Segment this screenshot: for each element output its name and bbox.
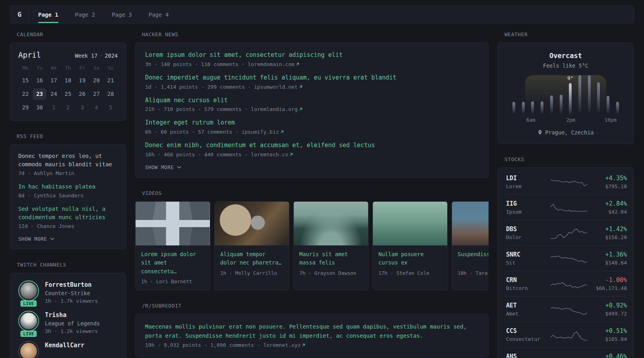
stock-identity: SNRC Sit xyxy=(506,251,551,266)
story-title[interactable]: Donec enim nibh, condimentum et accumsan… xyxy=(145,141,479,150)
live-ring xyxy=(18,311,39,331)
calendar-day: 20 xyxy=(89,75,104,86)
stock-row[interactable]: DBS Dolor +1.42% $156.28 xyxy=(506,220,625,245)
hackernews-item: Donec imperdiet augue tincidunt felis al… xyxy=(145,74,479,90)
video-thumbnail[interactable] xyxy=(294,202,368,245)
calendar-day-next-month: 5 xyxy=(103,102,118,113)
story-title[interactable]: Aliquam nec cursus elit xyxy=(145,96,479,105)
post-meta-text[interactable]: 19h · 9,932 points · 1,090 comments · lo… xyxy=(145,342,301,348)
post-title[interactable]: Maecenas mollis pulvinar erat non posuer… xyxy=(145,322,479,340)
video-card[interactable]: Mauris sit amet massa felis 7h · Grayson… xyxy=(293,201,369,290)
video-card[interactable]: Nullam posuere cursus ex 17h · Stefan Co… xyxy=(372,201,448,290)
rss-widget: RSS FEED Donec tempor eros leo, ut commo… xyxy=(10,133,126,249)
weekday-label: Th xyxy=(61,65,75,71)
rss-item-meta: 12d · Chance Jones xyxy=(18,223,118,229)
hackernews-item: Lorem ipsum dolor sit amet, consectetur … xyxy=(145,51,479,67)
stock-row[interactable]: LDI Lorem +4.35% $795.18 xyxy=(506,169,625,195)
twitch-channel-row[interactable]: KendallCarr xyxy=(18,341,118,358)
show-more-label: SHOW MORE xyxy=(18,236,47,242)
temperature-bar xyxy=(541,101,543,114)
weekday-label: Tu xyxy=(33,65,47,71)
stock-row[interactable]: IIG Ipsum +2.84% $42.04 xyxy=(506,195,625,220)
story-meta-text[interactable]: 21h · 710 points · 579 comments · loreml… xyxy=(145,106,298,112)
video-thumbnail[interactable] xyxy=(452,202,489,245)
tab-page-2[interactable]: Page 2 xyxy=(67,6,104,23)
time-label: 6am xyxy=(526,117,535,123)
stock-ticker: LDI xyxy=(506,175,551,182)
hackernews-show-more-button[interactable]: SHOW MORE xyxy=(145,164,181,170)
weather-hourly-chart: 9° xyxy=(511,75,621,114)
video-title[interactable]: Lorem ipsum dolor sit amet consectetu… xyxy=(141,250,204,276)
calendar-day: 18 xyxy=(61,75,75,86)
story-meta-text[interactable]: 1d · 1,414 points · 299 comments · ipsum… xyxy=(145,84,298,90)
temperature-bar xyxy=(578,75,581,114)
video-thumbnail[interactable] xyxy=(136,202,210,245)
rss-item: Donec tempor eros leo, ut commodo mauris… xyxy=(18,152,118,176)
tab-page-1[interactable]: Page 1 xyxy=(30,6,67,23)
video-title[interactable]: Nullam posuere cursus ex xyxy=(378,250,442,268)
twitch-avatar-wrap: LIVE xyxy=(18,311,39,334)
temperature-bar-column xyxy=(578,75,582,114)
twitch-channel-row[interactable]: LIVE ForrestBurton Counter-Strike 1h · 1… xyxy=(18,280,118,304)
external-link-icon xyxy=(299,85,303,89)
story-meta-text[interactable]: 3h · 148 points · 116 comments · loremdo… xyxy=(145,61,295,67)
temperature-bar xyxy=(616,102,619,114)
video-body: Nullam posuere cursus ex 17h · Stefan Co… xyxy=(373,245,447,282)
video-thumbnail[interactable] xyxy=(373,202,447,245)
rss-item-title[interactable]: Sed volutpat nulla nisl, a condimentum n… xyxy=(18,205,118,222)
video-meta: 1h · Molly Carrillo xyxy=(220,270,283,276)
video-body: Suspendisse diam 18h · Tara xyxy=(452,245,489,282)
video-card[interactable]: Aliquam tempor dolor nec pharetra… 1h · … xyxy=(214,201,289,290)
stock-row[interactable]: CRN Bitcorn -1.00% $66,171.48 xyxy=(506,271,625,296)
stock-values: -1.00% $66,171.48 xyxy=(587,276,627,291)
story-meta-text[interactable]: 6h · 60 points · 57 comments · ipsumify.… xyxy=(145,129,279,135)
hackernews-item: Aliquam nec cursus elit 21h · 710 points… xyxy=(145,96,479,113)
channel-name[interactable]: Trisha xyxy=(45,311,100,319)
chevron-down-icon xyxy=(177,166,181,169)
channel-category[interactable]: Counter-Strike xyxy=(45,290,98,296)
stock-sparkline xyxy=(551,227,587,239)
stock-sparkline xyxy=(551,252,587,265)
stock-row[interactable]: SNRC Sit +1.36% $148.64 xyxy=(506,245,625,271)
story-title[interactable]: Lorem ipsum dolor sit amet, consectetur … xyxy=(145,51,479,60)
stock-row[interactable]: AET Amet +0.92% $499.72 xyxy=(506,296,625,322)
story-meta-text[interactable]: 16h · 468 points · 440 comments · loremt… xyxy=(145,152,288,158)
video-title[interactable]: Mauris sit amet massa felis xyxy=(299,250,363,268)
weather-location-text: Prague, Czechia xyxy=(545,129,594,136)
weather-section-label: WEATHER xyxy=(504,31,634,37)
channel-category[interactable]: League of Legends xyxy=(45,320,100,327)
stock-row[interactable]: AHS +0.46% xyxy=(506,347,625,358)
hackernews-item: Donec enim nibh, condimentum et accumsan… xyxy=(145,141,479,158)
stock-row[interactable]: CCS Consectetur +0.51% $165.84 xyxy=(506,322,625,347)
stock-ticker: IIG xyxy=(506,200,551,207)
stocks-section-label: STOCKS xyxy=(504,156,634,162)
channel-meta: 1h · 1.7k viewers xyxy=(45,298,98,304)
weather-location: Prague, Czechia xyxy=(507,129,625,136)
rss-show-more-button[interactable]: SHOW MORE xyxy=(18,236,54,242)
video-thumbnail[interactable] xyxy=(215,202,289,245)
video-card[interactable]: Suspendisse diam 18h · Tara xyxy=(452,201,489,290)
calendar-day: 21 xyxy=(103,75,118,86)
video-title[interactable]: Suspendisse diam xyxy=(458,250,489,268)
rss-item-title[interactable]: In hac habitasse platea xyxy=(18,183,118,191)
story-title[interactable]: Donec imperdiet augue tincidunt felis al… xyxy=(145,74,479,82)
rss-item-title[interactable]: Donec tempor eros leo, ut commodo mauris… xyxy=(18,152,118,169)
page-tabs: Page 1 Page 2 Page 3 Page 4 xyxy=(30,6,177,23)
video-card[interactable]: Lorem ipsum dolor sit amet consectetu… 1… xyxy=(135,201,210,290)
channel-name[interactable]: KendallCarr xyxy=(45,342,84,349)
story-meta: 6h · 60 points · 57 comments · ipsumify.… xyxy=(145,129,479,135)
story-title[interactable]: Integer eget rutrum lorem xyxy=(145,119,479,127)
stock-price: $42.04 xyxy=(587,209,627,215)
external-link-icon xyxy=(299,107,303,111)
channel-name[interactable]: ForrestBurton xyxy=(45,281,98,288)
twitch-channel-row[interactable]: LIVE Trisha League of Legends 3h · 1.2k … xyxy=(18,311,118,334)
tab-page-4[interactable]: Page 4 xyxy=(140,6,177,23)
tab-page-3[interactable]: Page 3 xyxy=(103,6,140,23)
video-body: Mauris sit amet massa felis 7h · Grayson… xyxy=(294,245,368,282)
weekday-label: Mo xyxy=(18,65,33,71)
video-title[interactable]: Aliquam tempor dolor nec pharetra… xyxy=(220,250,283,268)
stock-ticker: SNRC xyxy=(506,251,551,258)
temperature-bar-column xyxy=(616,75,619,114)
calendar-day: 27 xyxy=(89,88,104,100)
temperature-bar xyxy=(560,95,563,114)
